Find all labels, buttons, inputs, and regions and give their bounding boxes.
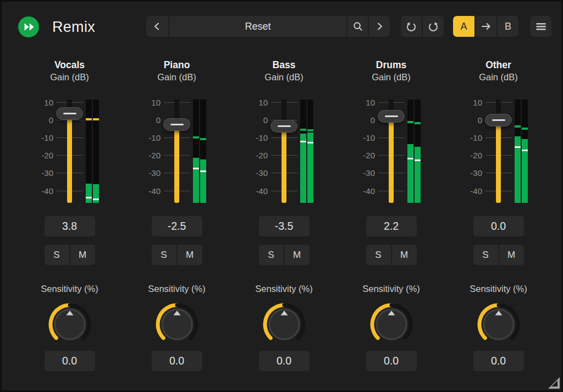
scale-tick-label: 10 [352, 98, 375, 107]
mute-button[interactable]: M [285, 245, 310, 265]
sensitivity-knob[interactable] [156, 303, 198, 346]
meter-avg-mark [307, 142, 313, 143]
gain-slider-area: 100-10-20-30-40 [230, 100, 338, 204]
meter-bar-left [407, 100, 413, 203]
gain-slider-handle[interactable] [378, 110, 405, 123]
channel-title: Vocals [54, 59, 85, 71]
channel-strip: Other Gain (dB) 100-10-20-30-40 [445, 59, 552, 371]
app-title: Remix [52, 19, 95, 36]
preset-name: Reset [245, 21, 271, 32]
preset-prev-button[interactable] [146, 16, 168, 37]
meter-bar-right [307, 100, 313, 203]
gain-slider-handle[interactable] [56, 107, 83, 120]
slider-track-fill [496, 120, 501, 203]
arrow-right-icon [480, 20, 492, 32]
meter-avg-mark [93, 198, 99, 200]
meter-bar-right [522, 100, 528, 203]
meter-peak-mark [300, 129, 306, 131]
search-icon [352, 21, 363, 32]
handle-grip-line [170, 124, 184, 125]
solo-button[interactable]: S [259, 245, 284, 265]
solo-button[interactable]: S [366, 245, 391, 265]
solo-mute-row: S M [473, 245, 524, 265]
gain-value-box[interactable]: 3.8 [45, 216, 95, 236]
copy-a-to-b-button[interactable] [476, 16, 496, 37]
sensitivity-knob[interactable] [477, 303, 520, 346]
preset-name-field[interactable]: Reset [169, 16, 346, 37]
solo-button[interactable]: S [45, 245, 69, 265]
sensitivity-value-box[interactable]: 0.0 [366, 351, 417, 371]
level-meter [86, 100, 99, 203]
scale-tick-label: -10 [352, 133, 375, 142]
mute-button[interactable]: M [392, 245, 417, 265]
channel-strip: Drums Gain (dB) 100-10-20-30-40 [338, 59, 445, 371]
undo-button[interactable] [401, 16, 422, 37]
meter-avg-mark [86, 197, 92, 198]
solo-mute-row: S M [366, 245, 417, 265]
scale-tick-label: -20 [137, 151, 161, 160]
chevron-left-icon [152, 21, 163, 32]
meter-avg-mark [515, 146, 521, 148]
mute-button[interactable]: M [178, 245, 202, 265]
sensitivity-value-box[interactable]: 0.0 [45, 351, 95, 371]
solo-button[interactable]: S [152, 245, 176, 265]
gain-slider-handle[interactable] [485, 114, 512, 126]
resize-handle[interactable] [548, 377, 560, 389]
meter-bar-left [193, 100, 199, 203]
sensitivity-value-box[interactable]: 0.0 [152, 351, 202, 371]
mute-button[interactable]: M [70, 245, 95, 265]
gain-slider-area: 100-10-20-30-40 [16, 100, 123, 204]
level-meter [515, 100, 528, 203]
redo-button[interactable] [423, 16, 444, 37]
slider-track-fill [174, 124, 179, 203]
meter-bar-right [200, 100, 206, 203]
solo-button[interactable]: S [473, 245, 498, 265]
meter-peak-mark [515, 125, 521, 128]
scale-tick-label: -10 [30, 133, 53, 142]
scale-tick-label: 0 [137, 115, 161, 125]
slider-track-fill [389, 116, 394, 203]
gain-label: Gain (dB) [157, 71, 196, 83]
gain-slider-handle[interactable] [163, 118, 190, 131]
channel-strip: Vocals Gain (dB) 100-10-20-30-40 [16, 59, 123, 371]
scale-tick-label: 10 [30, 98, 53, 107]
gain-slider-area: 100-10-20-30-40 [123, 100, 230, 204]
sensitivity-value-box[interactable]: 0.0 [259, 351, 310, 371]
slider-track-fill [67, 113, 72, 203]
main-menu [530, 16, 551, 37]
sensitivity-value-box[interactable]: 0.0 [473, 351, 524, 371]
mute-button[interactable]: M [499, 245, 524, 265]
gain-label: Gain (dB) [372, 71, 411, 83]
gain-value-box[interactable]: 0.0 [473, 216, 524, 236]
preset-search-button[interactable] [347, 16, 368, 37]
scale-tick-label: -40 [30, 186, 53, 196]
handle-grip-line [385, 115, 398, 117]
meter-fill [415, 147, 421, 203]
channel-strip: Bass Gain (dB) 100-10-20-30-40 [230, 59, 338, 371]
gain-slider-handle[interactable] [271, 120, 297, 132]
meter-avg-mark [193, 168, 199, 169]
scale-tick-label: -20 [459, 151, 482, 160]
scale-tick-label: -20 [30, 151, 53, 160]
preset-next-button[interactable] [369, 16, 390, 37]
channel-strip: Piano Gain (dB) 100-10-20-30-40 [123, 59, 230, 371]
sensitivity-knob[interactable] [48, 303, 91, 346]
preset-a-button[interactable]: A [453, 16, 474, 37]
meter-avg-mark [407, 158, 413, 159]
gain-value-box[interactable]: -3.5 [259, 216, 310, 236]
sensitivity-knob[interactable] [263, 303, 306, 346]
scale-tick-label: 0 [352, 115, 375, 125]
gain-value-box[interactable]: -2.5 [152, 216, 202, 236]
preset-bar: Reset [146, 16, 390, 37]
gain-value-box[interactable]: 2.2 [366, 216, 417, 236]
menu-button[interactable] [530, 16, 551, 37]
meter-avg-mark [522, 150, 528, 151]
redo-icon [427, 20, 439, 32]
solo-mute-row: S M [152, 245, 202, 265]
sensitivity-knob[interactable] [370, 303, 413, 346]
history-controls [401, 16, 444, 37]
preset-b-button[interactable]: B [498, 16, 518, 37]
scale-tick-label: -30 [30, 168, 53, 178]
handle-grip-line [63, 113, 76, 114]
meter-avg-mark [415, 159, 421, 161]
